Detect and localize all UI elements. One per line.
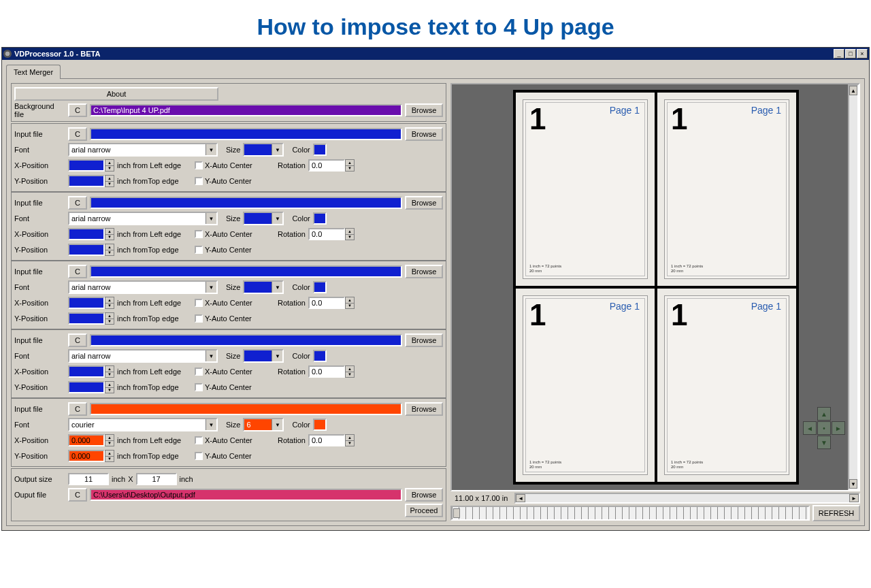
input-file-field[interactable] xyxy=(90,403,402,415)
xauto-checkbox[interactable]: X-Auto Center xyxy=(195,299,269,307)
maximize-button[interactable]: □ xyxy=(845,49,856,59)
ypos-spinner[interactable]: 0.000▲▼ xyxy=(68,450,114,462)
input-file-field[interactable] xyxy=(90,128,402,140)
yauto-checkbox[interactable]: Y-Auto Center xyxy=(195,177,269,185)
rotation-spinner[interactable]: 0.0▲▼ xyxy=(308,434,355,446)
spin-down-icon[interactable]: ▼ xyxy=(105,372,114,378)
proceed-button[interactable]: Proceed xyxy=(405,504,443,517)
spin-down-icon[interactable]: ▼ xyxy=(105,441,114,446)
spin-up-icon[interactable]: ▲ xyxy=(346,366,354,372)
output-clear-button[interactable]: C xyxy=(68,488,87,502)
size-combo[interactable]: ▼ xyxy=(243,212,284,225)
ypos-spinner[interactable]: ▲▼ xyxy=(68,312,114,325)
about-button[interactable]: About xyxy=(14,87,218,101)
spin-down-icon[interactable]: ▼ xyxy=(105,319,114,325)
nav-up-button[interactable]: ▲ xyxy=(817,407,831,421)
spin-up-icon[interactable]: ▲ xyxy=(105,297,114,304)
spin-down-icon[interactable]: ▼ xyxy=(346,441,354,446)
size-combo[interactable]: 6▼ xyxy=(243,418,284,431)
yauto-checkbox[interactable]: Y-Auto Center xyxy=(195,452,269,460)
input-clear-button[interactable]: C xyxy=(68,333,87,347)
spin-up-icon[interactable]: ▲ xyxy=(105,366,114,372)
spin-down-icon[interactable]: ▼ xyxy=(346,235,354,240)
slider-thumb[interactable] xyxy=(453,508,460,518)
spin-up-icon[interactable]: ▲ xyxy=(105,176,114,182)
yauto-checkbox[interactable]: Y-Auto Center xyxy=(195,383,269,391)
spin-down-icon[interactable]: ▼ xyxy=(346,372,354,378)
scroll-up-icon[interactable]: ▲ xyxy=(849,86,857,95)
input-browse-button[interactable]: Browse xyxy=(405,196,443,210)
ypos-spinner[interactable]: ▲▼ xyxy=(68,381,114,393)
spin-up-icon[interactable]: ▲ xyxy=(105,229,114,235)
color-swatch[interactable] xyxy=(313,212,327,225)
spin-down-icon[interactable]: ▼ xyxy=(105,166,114,172)
size-combo[interactable]: ▼ xyxy=(243,280,284,294)
spin-down-icon[interactable]: ▼ xyxy=(105,304,114,309)
spin-up-icon[interactable]: ▲ xyxy=(346,229,354,235)
size-combo[interactable]: ▼ xyxy=(243,143,284,157)
rotation-spinner[interactable]: 0.0▲▼ xyxy=(308,159,355,172)
spin-down-icon[interactable]: ▼ xyxy=(105,388,114,393)
ypos-spinner[interactable]: ▲▼ xyxy=(68,175,114,187)
spin-down-icon[interactable]: ▼ xyxy=(105,250,114,256)
nav-center-button[interactable]: • xyxy=(817,421,831,435)
xpos-spinner[interactable]: ▲▼ xyxy=(68,297,114,309)
close-button[interactable]: × xyxy=(857,49,868,59)
input-file-field[interactable] xyxy=(90,197,402,209)
spin-up-icon[interactable]: ▲ xyxy=(105,382,114,388)
yauto-checkbox[interactable]: Y-Auto Center xyxy=(195,314,269,323)
output-width-field[interactable]: 11 xyxy=(68,473,109,485)
scroll-left-icon[interactable]: ◄ xyxy=(516,494,525,502)
input-browse-button[interactable]: Browse xyxy=(405,402,443,416)
input-clear-button[interactable]: C xyxy=(68,127,87,141)
yauto-checkbox[interactable]: Y-Auto Center xyxy=(195,246,269,254)
font-combo[interactable]: arial narrow▼ xyxy=(68,143,218,157)
spin-up-icon[interactable]: ▲ xyxy=(346,297,354,304)
input-file-field[interactable] xyxy=(90,265,402,278)
scroll-right-icon[interactable]: ► xyxy=(849,494,859,502)
xpos-spinner[interactable]: ▲▼ xyxy=(68,365,114,378)
rotation-spinner[interactable]: 0.0▲▼ xyxy=(308,228,355,240)
input-file-field[interactable] xyxy=(90,334,402,346)
preview-hscroll[interactable]: ◄ ► xyxy=(514,493,860,504)
xpos-spinner[interactable]: 0.000▲▼ xyxy=(68,434,114,446)
color-swatch[interactable] xyxy=(313,144,327,156)
spin-up-icon[interactable]: ▲ xyxy=(105,435,114,441)
background-clear-button[interactable]: C xyxy=(68,103,87,117)
input-clear-button[interactable]: C xyxy=(68,402,87,416)
xauto-checkbox[interactable]: X-Auto Center xyxy=(195,230,269,238)
xpos-spinner[interactable]: ▲▼ xyxy=(68,228,114,240)
xpos-spinner[interactable]: ▲▼ xyxy=(68,159,114,172)
xauto-checkbox[interactable]: X-Auto Center xyxy=(195,436,269,444)
input-browse-button[interactable]: Browse xyxy=(405,265,443,278)
input-clear-button[interactable]: C xyxy=(68,265,87,278)
size-combo[interactable]: ▼ xyxy=(243,349,284,363)
spin-up-icon[interactable]: ▲ xyxy=(105,160,114,166)
scroll-down-icon[interactable]: ▼ xyxy=(849,479,857,489)
nav-down-button[interactable]: ▼ xyxy=(817,436,831,449)
color-swatch[interactable] xyxy=(313,281,327,293)
spin-up-icon[interactable]: ▲ xyxy=(346,435,354,441)
spin-up-icon[interactable]: ▲ xyxy=(105,244,114,250)
font-combo[interactable]: arial narrow▼ xyxy=(68,212,218,225)
spin-down-icon[interactable]: ▼ xyxy=(105,457,114,462)
output-file-field[interactable]: C:\Users\d\Desktop\Output.pdf xyxy=(90,489,402,501)
color-swatch[interactable] xyxy=(313,419,327,431)
spin-up-icon[interactable]: ▲ xyxy=(346,160,354,166)
spin-up-icon[interactable]: ▲ xyxy=(105,451,114,457)
input-browse-button[interactable]: Browse xyxy=(405,127,443,141)
color-swatch[interactable] xyxy=(313,350,327,362)
spin-up-icon[interactable]: ▲ xyxy=(105,313,114,319)
font-combo[interactable]: courier▼ xyxy=(68,418,218,431)
input-browse-button[interactable]: Browse xyxy=(405,333,443,347)
input-clear-button[interactable]: C xyxy=(68,196,87,210)
tab-text-merger[interactable]: Text Merger xyxy=(6,65,61,79)
refresh-button[interactable]: REFRESH xyxy=(812,505,860,521)
ypos-spinner[interactable]: ▲▼ xyxy=(68,244,114,256)
spin-down-icon[interactable]: ▼ xyxy=(346,304,354,309)
background-file-field[interactable]: C:\Temp\Input 4 UP.pdf xyxy=(90,104,402,116)
font-combo[interactable]: arial narrow▼ xyxy=(68,280,218,294)
output-browse-button[interactable]: Browse xyxy=(405,488,443,502)
nav-left-button[interactable]: ◄ xyxy=(803,421,817,435)
output-height-field[interactable]: 17 xyxy=(136,473,177,485)
